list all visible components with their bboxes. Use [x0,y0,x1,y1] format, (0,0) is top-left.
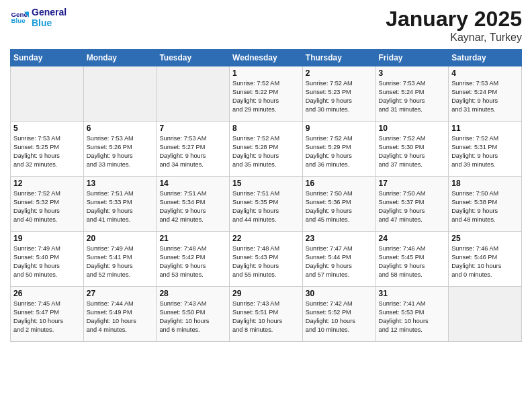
calendar-header-tuesday: Tuesday [157,50,230,66]
calendar-week-4: 19Sunrise: 7:49 AM Sunset: 5:40 PM Dayli… [11,232,522,287]
day-number: 27 [87,289,154,298]
calendar-cell: 31Sunrise: 7:41 AM Sunset: 5:53 PM Dayli… [375,287,449,342]
sub-title: Kaynar, Turkey [386,32,522,44]
day-number: 2 [306,68,373,78]
day-info: Sunrise: 7:50 AM Sunset: 5:36 PM Dayligh… [306,189,373,224]
calendar-cell: 18Sunrise: 7:50 AM Sunset: 5:38 PM Dayli… [449,177,522,232]
calendar-week-5: 26Sunrise: 7:45 AM Sunset: 5:47 PM Dayli… [11,287,522,342]
day-number: 22 [232,234,300,243]
day-info: Sunrise: 7:43 AM Sunset: 5:51 PM Dayligh… [232,300,300,334]
title-block: January 2025 Kaynar, Turkey [386,7,522,44]
calendar-cell: 4Sunrise: 7:53 AM Sunset: 5:24 PM Daylig… [449,66,522,122]
calendar-header-thursday: Thursday [302,50,375,66]
day-number: 4 [451,68,519,78]
day-number: 25 [451,234,519,243]
calendar-week-3: 12Sunrise: 7:52 AM Sunset: 5:32 PM Dayli… [11,177,522,232]
day-info: Sunrise: 7:45 AM Sunset: 5:47 PM Dayligh… [13,300,81,334]
calendar-cell: 8Sunrise: 7:52 AM Sunset: 5:28 PM Daylig… [230,122,303,177]
calendar-cell [449,287,522,342]
day-info: Sunrise: 7:50 AM Sunset: 5:37 PM Dayligh… [379,189,446,224]
calendar-header-monday: Monday [83,50,157,66]
day-number: 30 [306,289,373,298]
calendar-header-wednesday: Wednesday [230,50,303,66]
day-info: Sunrise: 7:52 AM Sunset: 5:32 PM Dayligh… [13,189,81,224]
calendar-cell: 7Sunrise: 7:53 AM Sunset: 5:27 PM Daylig… [157,122,230,177]
calendar-cell: 24Sunrise: 7:46 AM Sunset: 5:45 PM Dayli… [375,232,449,287]
day-info: Sunrise: 7:49 AM Sunset: 5:41 PM Dayligh… [87,244,154,279]
calendar-cell: 25Sunrise: 7:46 AM Sunset: 5:46 PM Dayli… [449,232,522,287]
calendar-cell: 13Sunrise: 7:51 AM Sunset: 5:33 PM Dayli… [83,177,157,232]
day-number: 10 [379,124,446,133]
day-number: 26 [13,289,81,298]
day-info: Sunrise: 7:52 AM Sunset: 5:29 PM Dayligh… [306,134,373,169]
day-info: Sunrise: 7:50 AM Sunset: 5:38 PM Dayligh… [451,189,519,224]
header: General Blue General Blue January 2025 K… [10,7,522,44]
calendar-cell [83,66,157,122]
day-info: Sunrise: 7:42 AM Sunset: 5:52 PM Dayligh… [306,300,373,334]
calendar-cell [157,66,230,122]
calendar-cell: 27Sunrise: 7:44 AM Sunset: 5:49 PM Dayli… [83,287,157,342]
day-number: 16 [306,179,373,188]
day-info: Sunrise: 7:41 AM Sunset: 5:53 PM Dayligh… [379,300,446,334]
day-number: 9 [306,124,373,133]
day-info: Sunrise: 7:53 AM Sunset: 5:27 PM Dayligh… [159,134,226,169]
day-info: Sunrise: 7:46 AM Sunset: 5:46 PM Dayligh… [451,244,519,279]
day-info: Sunrise: 7:52 AM Sunset: 5:23 PM Dayligh… [306,79,373,114]
day-number: 5 [13,124,81,133]
day-info: Sunrise: 7:43 AM Sunset: 5:50 PM Dayligh… [159,300,226,334]
calendar-header-row: SundayMondayTuesdayWednesdayThursdayFrid… [11,50,522,66]
calendar: SundayMondayTuesdayWednesdayThursdayFrid… [10,49,522,342]
day-number: 11 [451,124,519,133]
day-info: Sunrise: 7:52 AM Sunset: 5:31 PM Dayligh… [451,134,519,169]
calendar-header-saturday: Saturday [449,50,522,66]
calendar-cell: 21Sunrise: 7:48 AM Sunset: 5:42 PM Dayli… [157,232,230,287]
logo: General Blue General Blue [10,7,66,28]
calendar-cell: 20Sunrise: 7:49 AM Sunset: 5:41 PM Dayli… [83,232,157,287]
calendar-cell: 3Sunrise: 7:53 AM Sunset: 5:24 PM Daylig… [375,66,449,122]
day-number: 24 [379,234,446,243]
logo-general: General [32,7,66,17]
day-number: 12 [13,179,81,188]
calendar-cell: 2Sunrise: 7:52 AM Sunset: 5:23 PM Daylig… [302,66,375,122]
day-number: 7 [159,124,226,133]
svg-text:Blue: Blue [11,17,26,24]
day-info: Sunrise: 7:48 AM Sunset: 5:43 PM Dayligh… [232,244,300,279]
day-info: Sunrise: 7:48 AM Sunset: 5:42 PM Dayligh… [159,244,226,279]
day-number: 18 [451,179,519,188]
calendar-cell: 15Sunrise: 7:51 AM Sunset: 5:35 PM Dayli… [230,177,303,232]
calendar-cell: 29Sunrise: 7:43 AM Sunset: 5:51 PM Dayli… [230,287,303,342]
calendar-cell: 11Sunrise: 7:52 AM Sunset: 5:31 PM Dayli… [449,122,522,177]
calendar-cell: 10Sunrise: 7:52 AM Sunset: 5:30 PM Dayli… [375,122,449,177]
calendar-cell: 14Sunrise: 7:51 AM Sunset: 5:34 PM Dayli… [157,177,230,232]
day-info: Sunrise: 7:51 AM Sunset: 5:33 PM Dayligh… [87,189,154,224]
calendar-cell: 6Sunrise: 7:53 AM Sunset: 5:26 PM Daylig… [83,122,157,177]
day-number: 6 [87,124,154,133]
day-info: Sunrise: 7:49 AM Sunset: 5:40 PM Dayligh… [13,244,81,279]
calendar-cell: 17Sunrise: 7:50 AM Sunset: 5:37 PM Dayli… [375,177,449,232]
calendar-cell [11,66,84,122]
day-number: 29 [232,289,300,298]
calendar-week-2: 5Sunrise: 7:53 AM Sunset: 5:25 PM Daylig… [11,122,522,177]
day-number: 17 [379,179,446,188]
main-title: January 2025 [386,7,522,32]
day-number: 23 [306,234,373,243]
day-number: 20 [87,234,154,243]
day-info: Sunrise: 7:52 AM Sunset: 5:28 PM Dayligh… [232,134,300,169]
calendar-cell: 12Sunrise: 7:52 AM Sunset: 5:32 PM Dayli… [11,177,84,232]
calendar-cell: 1Sunrise: 7:52 AM Sunset: 5:22 PM Daylig… [230,66,303,122]
day-info: Sunrise: 7:44 AM Sunset: 5:49 PM Dayligh… [87,300,154,334]
day-info: Sunrise: 7:53 AM Sunset: 5:25 PM Dayligh… [13,134,81,169]
logo-blue: Blue [32,17,66,28]
logo-icon: General Blue [10,8,29,27]
calendar-cell: 28Sunrise: 7:43 AM Sunset: 5:50 PM Dayli… [157,287,230,342]
day-info: Sunrise: 7:53 AM Sunset: 5:24 PM Dayligh… [379,79,446,114]
day-number: 31 [379,289,446,298]
day-number: 15 [232,179,300,188]
calendar-cell: 9Sunrise: 7:52 AM Sunset: 5:29 PM Daylig… [302,122,375,177]
day-number: 28 [159,289,226,298]
day-number: 1 [232,68,300,78]
calendar-cell: 5Sunrise: 7:53 AM Sunset: 5:25 PM Daylig… [11,122,84,177]
day-number: 8 [232,124,300,133]
calendar-cell: 16Sunrise: 7:50 AM Sunset: 5:36 PM Dayli… [302,177,375,232]
day-number: 21 [159,234,226,243]
